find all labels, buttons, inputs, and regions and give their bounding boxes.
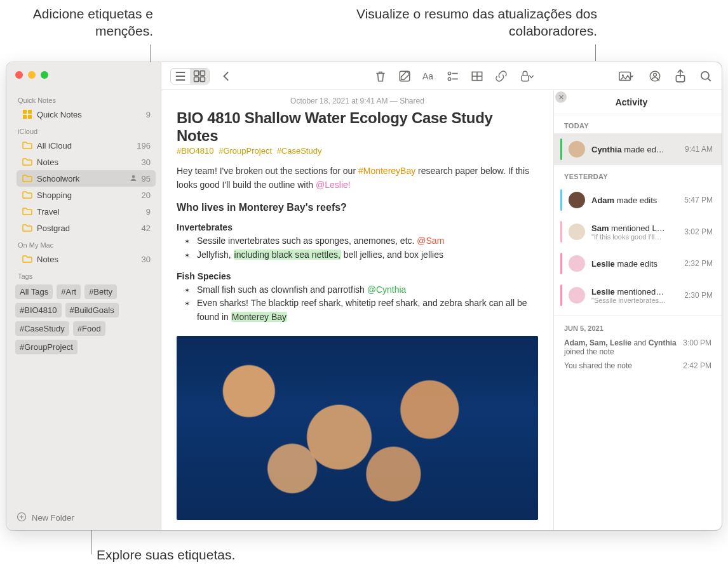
mention[interactable]: @Sam	[417, 236, 444, 246]
activity-item[interactable]: Leslie made edits 2:32 PM	[554, 248, 722, 279]
activity-item[interactable]: Adam made edits 5:47 PM	[554, 184, 722, 216]
avatar	[569, 287, 585, 304]
note-image	[177, 336, 538, 520]
activity-item[interactable]: Cynthia made ed… 9:41 AM	[554, 133, 722, 165]
activity-group-head: YESTERDAY	[554, 165, 722, 184]
sidebar-item-label: Quick Notes	[37, 110, 146, 119]
sidebar-item-notes[interactable]: Notes 30	[17, 251, 156, 267]
bullet-item: Even sharks! The blacktip reef shark, wh…	[194, 297, 538, 324]
tag-pill[interactable]: All Tags	[15, 284, 53, 299]
sidebar-item-notes[interactable]: Notes 30	[17, 154, 156, 170]
tag-pill[interactable]: #BuildGoals	[65, 303, 119, 317]
sidebar-item-count: 42	[142, 224, 151, 233]
text: bell jellies, and box jellies	[341, 250, 443, 260]
svg-point-13	[448, 77, 450, 80]
activity-color-bar	[560, 189, 562, 211]
link-button[interactable]	[494, 69, 508, 83]
sidebar-item-quick-notes[interactable]: Quick Notes 9	[17, 106, 156, 123]
note-title: BIO 4810 Shallow Water Ecology Case Stud…	[177, 109, 538, 145]
lock-button[interactable]	[518, 69, 537, 83]
svg-rect-2	[23, 115, 27, 119]
close-window-button[interactable]	[15, 71, 23, 79]
search-button[interactable]	[699, 69, 713, 83]
share-button[interactable]	[673, 69, 687, 83]
close-activity-button[interactable]: ✕	[555, 91, 567, 103]
sidebar-item-postgrad[interactable]: Postgrad 42	[17, 220, 156, 236]
activity-item[interactable]: Leslie mentioned… "Sessile invertebrates…	[554, 279, 722, 311]
back-button[interactable]	[220, 69, 234, 83]
svg-rect-6	[194, 70, 199, 75]
sidebar-item-count: 30	[142, 157, 151, 167]
activity-list: TODAY Cynthia made ed… 9:41 AM YESTERDAY…	[554, 114, 722, 530]
activity-time: 2:30 PM	[684, 291, 713, 300]
sidebar-folders: Quick Notes Quick Notes 9 iCloud All iCl…	[6, 88, 161, 267]
activity-plain-item: Adam, Sam, Leslie and Cynthia joined the…	[554, 336, 722, 359]
mention[interactable]: @Leslie!	[316, 180, 351, 190]
svg-point-17	[622, 74, 624, 76]
folder-icon	[22, 206, 33, 217]
shared-icon	[129, 173, 138, 184]
activity-text: Adam made edits	[591, 196, 678, 205]
minimize-window-button[interactable]	[28, 71, 36, 79]
collaborate-button[interactable]	[648, 69, 662, 83]
sidebar-item-label: Postgrad	[37, 224, 142, 233]
activity-group-head: TODAY	[554, 114, 722, 133]
sidebar-item-count: 9	[146, 110, 151, 119]
new-folder-button[interactable]: New Folder	[6, 505, 161, 530]
delete-button[interactable]	[374, 69, 388, 83]
list-view-button[interactable]	[171, 69, 190, 84]
text: Hey team! I've broken out the sections f…	[177, 166, 358, 176]
note-timestamp: October 18, 2021 at 9:41 AM — Shared	[177, 97, 538, 105]
table-button[interactable]	[470, 69, 484, 83]
sidebar-item-shopping[interactable]: Shopping 20	[17, 187, 156, 203]
svg-rect-0	[23, 110, 27, 114]
activity-group-head: JUN 5, 2021	[554, 315, 722, 336]
tag-chip[interactable]: #CaseStudy	[277, 146, 322, 156]
format-button[interactable]: Aa	[422, 69, 436, 83]
sidebar-item-label: All iCloud	[37, 141, 137, 150]
svg-rect-9	[200, 77, 205, 81]
activity-main-text: Cynthia made ed…	[591, 145, 678, 154]
svg-rect-8	[194, 77, 199, 81]
view-toggle	[170, 68, 210, 84]
activity-time: 2:42 PM	[683, 361, 711, 370]
svg-point-21	[701, 71, 709, 79]
zoom-window-button[interactable]	[41, 71, 48, 79]
bullet-item: Jellyfish, including black sea nettles, …	[194, 248, 538, 262]
media-button[interactable]	[617, 69, 637, 83]
callout-tags-mentions: Adicione etiquetas e menções.	[7, 5, 153, 40]
text: Sessile invertebrates such as sponges, a…	[197, 236, 417, 246]
activity-time: 2:32 PM	[684, 259, 713, 268]
activity-text: Leslie made edits	[591, 259, 678, 269]
checklist-button[interactable]	[446, 69, 460, 83]
note-paragraph: Hey team! I've broken out the sections f…	[177, 164, 538, 192]
text: Jellyfish,	[197, 250, 234, 260]
tag-pill[interactable]: #Art	[57, 284, 81, 299]
note-tags: #BIO4810 #GroupProject #CaseStudy	[177, 146, 538, 156]
sidebar-item-schoolwork[interactable]: Schoolwork 95	[17, 170, 156, 187]
svg-rect-7	[200, 70, 205, 75]
sidebar-item-travel[interactable]: Travel 9	[17, 203, 156, 220]
activity-time: 3:02 PM	[684, 227, 713, 236]
plus-circle-icon	[17, 512, 27, 524]
sidebar-item-all-icloud[interactable]: All iCloud 196	[17, 137, 156, 154]
folder-icon	[22, 222, 33, 234]
activity-item[interactable]: Sam mentioned L… "If this looks good I'l…	[554, 216, 722, 248]
tag-pill[interactable]: #BIO4810	[15, 303, 62, 317]
tag-chip[interactable]: #BIO4810	[177, 146, 214, 156]
tag-pill[interactable]: #CaseStudy	[15, 321, 69, 336]
tag-pill[interactable]: #Food	[73, 321, 105, 336]
folder-icon	[22, 173, 33, 184]
tag-chip[interactable]: #GroupProject	[219, 146, 272, 156]
note-editor[interactable]: October 18, 2021 at 9:41 AM — Shared BIO…	[161, 90, 553, 530]
activity-plain-item: You shared the note2:42 PM	[554, 359, 722, 373]
tag-pill[interactable]: #GroupProject	[15, 340, 78, 354]
gallery-view-button[interactable]	[190, 69, 209, 84]
content-row: October 18, 2021 at 9:41 AM — Shared BIO…	[161, 90, 722, 530]
compose-button[interactable]	[398, 69, 412, 83]
svg-point-4	[131, 175, 134, 177]
hashtag[interactable]: #MontereyBay	[358, 166, 415, 176]
tag-pill[interactable]: #Betty	[84, 284, 117, 299]
callout-explore-tags: Explore suas etiquetas.	[97, 546, 235, 563]
mention[interactable]: @Cynthia	[367, 284, 407, 295]
